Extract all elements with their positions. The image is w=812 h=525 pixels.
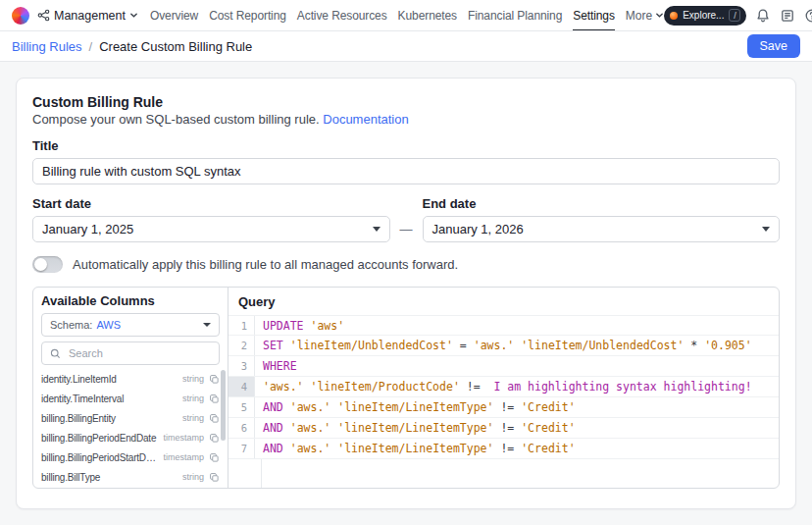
- start-date-label: Start date: [32, 196, 390, 211]
- breadcrumb-parent-link[interactable]: Billing Rules: [12, 39, 82, 54]
- column-name: billing.BillType: [41, 472, 178, 483]
- title-input[interactable]: [32, 158, 780, 184]
- code-lines: 1 UPDATE 'aws' 2 SET 'lineItem/Unblended…: [228, 315, 779, 459]
- column-list-item[interactable]: billing.BillingPeriodEndDate timestamp: [41, 428, 220, 447]
- keyboard-shortcut-badge: /: [729, 9, 740, 22]
- primary-nav: OverviewCost ReportingActive ResourcesKu…: [150, 0, 615, 31]
- search-icon: [50, 348, 61, 359]
- schema-label: Schema:: [50, 319, 92, 331]
- hierarchy-icon: [37, 9, 50, 22]
- code-line[interactable]: 5 AND 'aws.' 'lineItem/LineItemType' != …: [228, 397, 779, 418]
- description-text: Compose your own SQL-based custom billin…: [32, 112, 320, 127]
- available-columns-heading: Available Columns: [41, 293, 220, 308]
- explore-search-button[interactable]: Explore... /: [664, 6, 746, 26]
- line-number: 4: [228, 377, 255, 396]
- column-name: billing.BillingPeriodEndDate: [41, 433, 158, 444]
- chevron-down-icon: [655, 11, 664, 20]
- column-name: identity.TimeInterval: [41, 394, 178, 404]
- chevron-down-icon: [129, 11, 138, 20]
- line-number: 6: [228, 418, 255, 438]
- copy-icon[interactable]: [209, 472, 220, 483]
- column-type: timestamp: [163, 433, 204, 443]
- caret-down-icon: [373, 227, 381, 232]
- billing-rule-card: Custom Billing Rule Compose your own SQL…: [16, 78, 796, 509]
- breadcrumb-bar: Billing Rules / Create Custom Billing Ru…: [0, 31, 812, 62]
- nav-item-active-resources[interactable]: Active Resources: [297, 0, 387, 31]
- line-number: 5: [228, 397, 255, 417]
- changelog-news-icon[interactable]: [780, 8, 795, 24]
- schema-value: AWS: [96, 319, 121, 331]
- documentation-link[interactable]: Documentation: [323, 112, 408, 127]
- nav-more-menu[interactable]: More: [626, 9, 664, 23]
- code-line[interactable]: 7 AND 'aws.' 'lineItem/LineItemType' != …: [228, 439, 779, 459]
- column-list-item[interactable]: identity.TimeInterval string: [41, 389, 220, 408]
- column-type: string: [182, 413, 204, 423]
- column-list: identity.LineItemId string identity.Time…: [41, 369, 220, 487]
- nav-item-financial-planning[interactable]: Financial Planning: [468, 0, 562, 31]
- breadcrumb-separator: /: [89, 39, 93, 54]
- end-date-select[interactable]: January 1, 2026: [423, 216, 781, 242]
- column-search-input[interactable]: [67, 346, 211, 360]
- available-columns-panel: Available Columns Schema: AWS identity.L…: [33, 288, 228, 488]
- column-type: timestamp: [163, 452, 204, 462]
- start-date-select[interactable]: January 1, 2025: [32, 216, 390, 242]
- code-content: SET 'lineItem/UnblendedCost' = 'aws.' 'l…: [255, 336, 752, 355]
- column-list-item[interactable]: billing.BillingPeriodStartDate timestamp: [41, 447, 220, 467]
- copy-icon[interactable]: [209, 413, 220, 424]
- column-list-item[interactable]: billing.BillingEntity string: [41, 408, 220, 428]
- sql-editor[interactable]: 1 UPDATE 'aws' 2 SET 'lineItem/Unblended…: [228, 315, 779, 488]
- auto-apply-label: Automatically apply this billing rule to…: [73, 257, 458, 272]
- code-content: AND 'aws.' 'lineItem/LineItemType' != 'C…: [255, 418, 576, 438]
- auto-apply-toggle[interactable]: [32, 256, 63, 273]
- explore-dot-icon: [670, 12, 678, 20]
- schema-select[interactable]: Schema: AWS: [41, 313, 220, 337]
- more-label: More: [626, 9, 652, 23]
- nav-item-cost-reporting[interactable]: Cost Reporting: [209, 0, 286, 31]
- code-line[interactable]: 3 WHERE: [228, 356, 779, 377]
- code-line[interactable]: 2 SET 'lineItem/UnblendedCost' = 'aws.' …: [228, 336, 779, 356]
- date-range-separator: —: [400, 216, 413, 242]
- code-content: UPDATE 'aws': [255, 316, 344, 335]
- code-line[interactable]: 6 AND 'aws.' 'lineItem/LineItemType' != …: [228, 418, 779, 439]
- workspace-switcher[interactable]: Management: [37, 9, 138, 23]
- column-name: billing.BillingPeriodStartDate: [41, 452, 158, 463]
- column-type: string: [182, 394, 204, 403]
- scrollbar-thumb[interactable]: [221, 370, 226, 441]
- breadcrumb-current: Create Custom Billing Rule: [99, 39, 252, 54]
- code-line[interactable]: 4 'aws.' 'lineItem/ProductCode' != I am …: [228, 377, 779, 397]
- code-content: AND 'aws.' 'lineItem/LineItemType' != 'C…: [255, 439, 576, 458]
- workspace-name: Management: [54, 9, 126, 23]
- caret-down-icon: [203, 323, 211, 327]
- nav-item-settings[interactable]: Settings: [573, 0, 615, 31]
- top-navigation-bar: Management OverviewCost ReportingActive …: [0, 0, 812, 31]
- save-button[interactable]: Save: [747, 34, 801, 58]
- gutter-filler: [228, 459, 262, 488]
- column-name: identity.LineItemId: [41, 374, 178, 385]
- copy-icon[interactable]: [209, 394, 220, 404]
- end-date-label: End date: [423, 196, 781, 211]
- date-range-row: Start date January 1, 2025 — End date Ja…: [32, 196, 780, 242]
- copy-icon[interactable]: [209, 452, 220, 463]
- column-search-box[interactable]: [41, 341, 220, 365]
- end-date-value: January 1, 2026: [432, 222, 524, 236]
- editor-empty-area[interactable]: [228, 459, 779, 488]
- page-description: Compose your own SQL-based custom billin…: [32, 112, 780, 127]
- line-number: 1: [228, 316, 255, 335]
- column-list-item[interactable]: billing.BillType string: [41, 467, 220, 487]
- column-type: string: [182, 472, 204, 482]
- query-builder-panel: Available Columns Schema: AWS identity.L…: [32, 287, 780, 489]
- toggle-knob: [34, 258, 47, 271]
- query-heading: Query: [228, 288, 779, 315]
- copy-icon[interactable]: [209, 374, 220, 385]
- column-list-item[interactable]: identity.LineItemId string: [41, 369, 220, 389]
- line-number: 3: [228, 356, 255, 376]
- nav-item-kubernetes[interactable]: Kubernetes: [398, 0, 457, 31]
- code-content: WHERE: [255, 356, 297, 376]
- vantage-logo[interactable]: [12, 7, 29, 25]
- title-label: Title: [32, 138, 780, 153]
- help-icon[interactable]: [804, 8, 812, 24]
- nav-item-overview[interactable]: Overview: [150, 0, 198, 31]
- copy-icon[interactable]: [209, 433, 220, 444]
- notifications-bell-icon[interactable]: [755, 8, 771, 24]
- code-line[interactable]: 1 UPDATE 'aws': [228, 315, 779, 336]
